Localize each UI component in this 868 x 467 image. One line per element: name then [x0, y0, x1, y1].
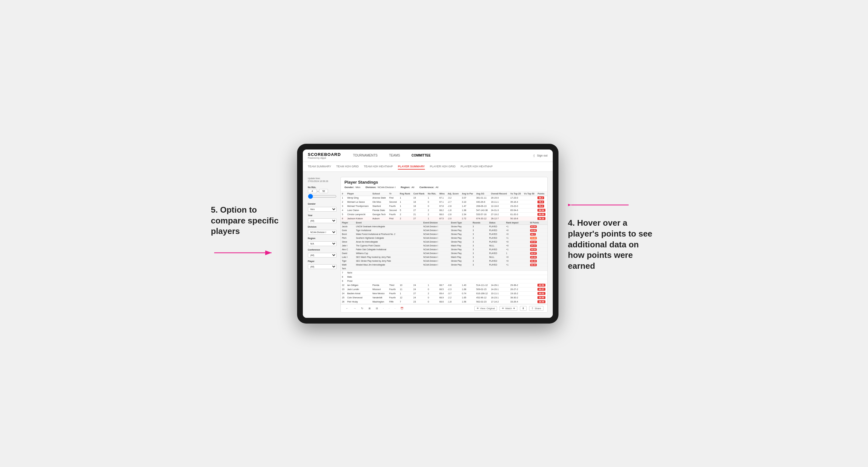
annotation-top-right: 4. Hover over a player's points to see a…: [568, 218, 657, 272]
expanded-row: David Williams Cup NCAA Division I Strok…: [341, 251, 547, 255]
expanded-row: Steve Anser An Intercollegiate NCAA Divi…: [341, 240, 547, 244]
region-select[interactable]: N/A: [308, 241, 337, 246]
tab-team-summary[interactable]: TEAM SUMMARY: [308, 164, 331, 169]
filter-gender: Gender Men: [308, 203, 337, 212]
sub-nav: TEAM SUMMARY TEAM H2H GRID TEAM H2H HEAT…: [303, 162, 553, 172]
expanded-row: Mattt Mirabel Maui Jim Intercollegiate N…: [341, 263, 547, 267]
expanded-row: Terh: [341, 267, 547, 270]
tab-player-summary[interactable]: PLAYER SUMMARY: [398, 164, 425, 169]
watch-icon: 👁: [502, 307, 504, 310]
chevron-down-icon: ▼: [513, 307, 515, 310]
filter-year: Year (All): [308, 214, 337, 223]
toolbar-download-btn[interactable]: ⬇: [520, 306, 527, 311]
expanded-row: Tiger SEC Stroke Play hosted by Jerry Pa…: [341, 259, 547, 263]
tab-player-h2h-grid[interactable]: PLAYER H2H GRID: [430, 164, 456, 169]
table-container: # Player School Yr Reg Rank Conf Rank No…: [341, 192, 547, 304]
year-select[interactable]: (All): [308, 218, 337, 223]
expanded-row: Luke I SEC Match Play hosted by Jerry Pa…: [341, 255, 547, 259]
logo: SCOREBOARD Powered by clippd: [308, 152, 341, 159]
standings-table: # Player School Yr Reg Rank Conf Rank No…: [341, 192, 547, 304]
panel-header: Player Standings Gender: Men Division: N…: [341, 177, 547, 192]
table-row[interactable]: 4 Luke Claton Florida State Second 5 27 …: [341, 208, 547, 212]
table-row[interactable]: 24 Bastien Amat New Mexico Fourth 1 27 2…: [341, 291, 547, 295]
arrow-right: [568, 195, 632, 215]
nav-divider: ·|: [533, 154, 534, 157]
tab-player-h2h-heatmap[interactable]: PLAYER H2H HEATMAP: [461, 164, 493, 169]
toolbar-grid-btn[interactable]: ⊞: [367, 306, 372, 310]
annotation-bottom-left: 5. Option to compare specific players: [211, 205, 287, 237]
expanded-row: Brent Wake Forest Invitational at Pinehu…: [341, 232, 547, 236]
tab-team-h2h-heatmap[interactable]: TEAM H2H HEATMAP: [364, 164, 393, 169]
expanded-row: Pitch Southern Highlands Collegiate NCAA…: [341, 236, 547, 240]
tablet-screen: SCOREBOARD Powered by clippd TOURNAMENTS…: [303, 150, 553, 318]
toolbar-view-original-btn[interactable]: 👁 View: Original: [474, 306, 497, 311]
toolbar-minus-btn[interactable]: ⊟: [375, 306, 379, 310]
filters-row: Gender: Men Division: NCAA Division I Re…: [345, 186, 544, 189]
filter-region: Region N/A: [308, 237, 337, 246]
table-row[interactable]: 5 Christo Lamprecht Georgia Tech Fourth …: [341, 212, 547, 216]
filter-player: Player (All): [308, 260, 337, 269]
right-panel: Player Standings Gender: Men Division: N…: [340, 177, 548, 313]
main-content: Update time: 27/01/2024 16:56:26 No Rds.…: [303, 172, 553, 318]
toolbar-watch-btn[interactable]: 👁 Watch ▼: [499, 306, 517, 311]
panel-title: Player Standings: [345, 180, 544, 185]
eye-icon: 👁: [476, 307, 479, 310]
sign-out-link[interactable]: Sign out: [537, 154, 547, 157]
tab-team-h2h-grid[interactable]: TEAM H2H GRID: [336, 164, 359, 169]
player-select[interactable]: (All): [308, 264, 337, 269]
arrow-left: [211, 243, 275, 262]
toolbar-forward-btn[interactable]: →: [352, 306, 357, 310]
table-row[interactable]: 3 Michael Thorbjornsen Stanford Fourth 1…: [341, 204, 547, 208]
no-rds-max-input[interactable]: [319, 189, 328, 193]
filter-conference: Conference (All): [308, 249, 337, 257]
expanded-row: Jacob UNCW Seahawk Intercollegiate NCAA …: [341, 224, 547, 228]
table-row[interactable]: 9 Prest: [341, 279, 547, 283]
table-row[interactable]: 26 Petr Hruby Washington Fifth 7 23 0 68…: [341, 300, 547, 304]
toolbar-back-btn[interactable]: ←: [345, 306, 350, 310]
toolbar-dot3[interactable]: ·: [393, 306, 397, 310]
table-row[interactable]: 2 Michael La Sasso Ole Miss Second 1 18 …: [341, 200, 547, 204]
table-row[interactable]: 7 Nichi: [341, 271, 547, 275]
share-icon: ⇧: [531, 307, 534, 310]
table-row[interactable]: 22 Ian Gilligan Florida Third 10 24 1 68…: [341, 283, 547, 287]
conference-select[interactable]: (All): [308, 253, 337, 257]
top-nav: SCOREBOARD Powered by clippd TOURNAMENTS…: [303, 150, 553, 162]
expanded-row: Alex C Fallen Oak Collegiate Invitationa…: [341, 247, 547, 251]
update-time: Update time: 27/01/2024 16:56:26: [308, 177, 337, 183]
expanded-row: Jake I The Cypress Point Classic NCAA Di…: [341, 244, 547, 247]
no-rds-min-input[interactable]: [308, 189, 317, 193]
expanded-section-row: Player Event Event Division Event Type R…: [341, 221, 547, 271]
table-row[interactable]: 1 Wenyi Ding Arizona State First 1 15 1 …: [341, 196, 547, 200]
bottom-toolbar: ← → ↻ ⊞ ⊟ · · · ⏰ 👁 View:: [341, 304, 547, 312]
no-rds-slider[interactable]: [308, 194, 337, 199]
nav-teams[interactable]: TEAMS: [387, 152, 402, 158]
toolbar-clock-btn[interactable]: ⏰: [399, 306, 405, 310]
nav-committee[interactable]: COMMITTEE: [410, 152, 433, 158]
filter-division: Division NCAA Division I: [308, 226, 337, 235]
toolbar-refresh-btn[interactable]: ↻: [360, 306, 365, 310]
tablet-frame: SCOREBOARD Powered by clippd TOURNAMENTS…: [297, 144, 558, 323]
table-row[interactable]: 23 Jack Lundin Missouri Fourth 11 24 0 6…: [341, 287, 547, 291]
gender-select[interactable]: Men: [308, 207, 337, 212]
toolbar-dot1[interactable]: ·: [382, 306, 385, 310]
download-icon: ⬇: [522, 307, 524, 310]
no-rds-section: No Rds. –: [308, 186, 337, 200]
table-row-jackson[interactable]: 6 Jackson Kolson Auburn First 2 27 1 87.…: [341, 216, 547, 221]
expanded-row: Gonk Tiger Invitational NCAA Division I …: [341, 228, 547, 232]
table-row[interactable]: 25 Cole Sherwood Vanderbilt Fourth 12 24…: [341, 295, 547, 300]
toolbar-share-btn[interactable]: ⇧ Share: [529, 306, 543, 311]
table-row[interactable]: 8 Mats: [341, 275, 547, 279]
sidebar: Update time: 27/01/2024 16:56:26 No Rds.…: [308, 177, 337, 313]
division-select[interactable]: NCAA Division I: [308, 230, 337, 235]
toolbar-dot2[interactable]: ·: [388, 306, 391, 310]
nav-tournaments[interactable]: TOURNAMENTS: [351, 152, 379, 158]
